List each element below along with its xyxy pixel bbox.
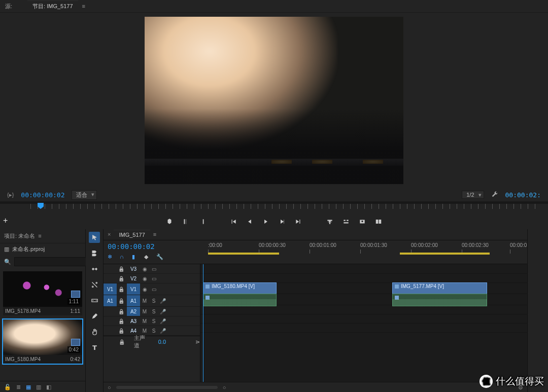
track-lock-icon[interactable] (117, 266, 126, 272)
pen-tool[interactable] (89, 310, 100, 322)
track-lock-icon[interactable] (117, 287, 126, 292)
track-lane[interactable] (200, 264, 527, 274)
play-button[interactable] (262, 218, 269, 225)
track-lock-icon[interactable] (117, 318, 126, 324)
source-patch[interactable] (104, 274, 117, 283)
timeline-zoom-slider[interactable] (116, 386, 218, 389)
source-patch[interactable] (104, 326, 117, 335)
hand-tool[interactable] (89, 326, 100, 337)
source-patch[interactable] (104, 264, 117, 273)
audio-track-header[interactable]: A1 A1 M S 🎤 (104, 295, 200, 307)
freeform-view-icon[interactable]: ▥ (36, 384, 41, 390)
chevron-right-icon[interactable]: ⋗ (195, 339, 200, 345)
work-area-bar[interactable] (400, 253, 490, 255)
ripple-edit-tool[interactable] (89, 263, 100, 274)
track-toggle-icon[interactable]: ◉ (140, 266, 149, 272)
master-track-header[interactable]: 主声道 0.0 ⋗ (104, 336, 200, 347)
timeline-menu-icon[interactable]: ≡ (153, 231, 156, 237)
voiceover-icon[interactable]: 🎤 (158, 298, 167, 304)
track-sync-icon[interactable]: S (149, 328, 158, 334)
track-sync-icon[interactable]: S (149, 318, 158, 324)
project-file[interactable]: ▥ 未命名.prproj (0, 243, 85, 255)
track-sync-icon[interactable]: ▭ (149, 266, 158, 272)
track-lane[interactable] (200, 273, 527, 283)
type-tool[interactable] (89, 342, 100, 353)
track-target[interactable]: A3 (127, 316, 140, 326)
track-area[interactable]: IMG_5180.MP4 [V]IMG_5177.MP4 [V] (200, 264, 527, 382)
timeline-ruler[interactable]: :00:0000:00:00:3000:00:01:0000:00:01:300… (208, 240, 527, 264)
list-view-icon[interactable]: ≣ (16, 384, 21, 390)
track-toggle-icon[interactable]: ◉ (140, 287, 149, 292)
audio-track-header[interactable]: A2 M S 🎤 (104, 307, 200, 316)
track-target[interactable]: A2 (127, 307, 140, 316)
comparison-button[interactable] (375, 218, 382, 225)
timeline-clip[interactable] (203, 294, 277, 306)
track-sync-icon[interactable]: S (149, 298, 158, 304)
track-toggle-icon[interactable]: M (140, 318, 149, 324)
snap-icon[interactable]: ❄ (108, 254, 115, 261)
zoom-fit-dropdown[interactable]: 适合 (72, 190, 97, 200)
add-marker-icon[interactable]: ◆ (144, 254, 151, 261)
go-to-out-button[interactable] (295, 218, 302, 225)
timeline-clip[interactable] (392, 294, 487, 306)
icon-view-icon[interactable]: ▦ (26, 384, 31, 390)
track-toggle-icon[interactable]: ◉ (140, 276, 149, 281)
selection-tool[interactable] (89, 232, 100, 243)
step-forward-button[interactable] (279, 218, 286, 225)
track-toggle-icon[interactable]: M (140, 328, 149, 334)
settings-wrench-icon[interactable] (491, 191, 498, 199)
work-area-bar[interactable] (208, 253, 279, 255)
project-search-input[interactable] (14, 257, 91, 266)
linked-selection-icon[interactable]: ∩ (120, 254, 127, 261)
track-sync-icon[interactable]: S (149, 309, 158, 314)
track-lock-icon[interactable] (117, 298, 126, 304)
add-panel-button[interactable]: + (3, 216, 8, 225)
track-toggle-icon[interactable]: M (140, 309, 149, 314)
track-target[interactable]: V1 (127, 283, 140, 295)
brace-icon[interactable]: {▸} (7, 192, 14, 198)
panel-menu-icon[interactable]: ≡ (38, 233, 41, 239)
timeline-zoom-in-icon[interactable]: ○ (223, 384, 226, 390)
add-marker-button[interactable] (166, 218, 173, 225)
track-sync-icon[interactable]: ▭ (149, 287, 158, 292)
go-to-in-button[interactable] (230, 218, 237, 225)
track-toggle-icon[interactable]: M (140, 298, 149, 304)
source-patch[interactable]: V1 (104, 283, 117, 295)
source-patch[interactable]: A1 (104, 295, 117, 306)
master-lock-icon[interactable] (119, 339, 125, 345)
program-tab[interactable]: 节目: IMG_5177 (27, 1, 78, 12)
sort-icon[interactable]: ◧ (46, 384, 51, 390)
track-target[interactable]: A1 (127, 295, 140, 306)
voiceover-icon[interactable]: 🎤 (158, 309, 167, 314)
timeline-timecode[interactable]: 00:00:00:02 (108, 242, 204, 251)
razor-tool[interactable] (89, 279, 100, 290)
export-frame-button[interactable] (359, 218, 366, 225)
audio-track-header[interactable]: A4 M S 🎤 (104, 326, 200, 336)
timeline-zoom-out-icon[interactable]: ○ (108, 384, 111, 390)
voiceover-icon[interactable]: 🎤 (158, 318, 167, 324)
video-track-header[interactable]: V3 ◉ ▭ (104, 264, 200, 274)
mark-in-button[interactable] (182, 218, 189, 225)
track-target[interactable]: V3 (127, 264, 140, 273)
program-timecode[interactable]: 00:00:00:02 (21, 191, 64, 199)
extract-button[interactable] (342, 218, 350, 225)
resolution-dropdown[interactable]: 1/2 (462, 191, 484, 199)
audio-track-header[interactable]: A3 M S 🎤 (104, 316, 200, 326)
lift-button[interactable] (326, 218, 333, 225)
track-lane[interactable] (200, 314, 527, 324)
project-clip[interactable]: 1:11 IMG_5178.MP41:11 (3, 271, 82, 315)
tab-menu-icon[interactable]: ≡ (82, 3, 85, 9)
sequence-tab[interactable]: IMG_5177 (114, 230, 150, 239)
track-lock-icon[interactable] (117, 276, 126, 281)
slip-tool[interactable] (89, 295, 100, 306)
source-patch[interactable] (104, 316, 117, 326)
lock-icon[interactable]: 🔓 (4, 384, 11, 390)
video-track-header[interactable]: V2 ◉ ▭ (104, 274, 200, 283)
track-lock-icon[interactable] (117, 328, 126, 334)
master-value[interactable]: 0.0 (158, 339, 166, 345)
track-sync-icon[interactable]: ▭ (149, 276, 158, 281)
timeline-wrench-icon[interactable]: 🔧 (156, 254, 163, 261)
step-back-button[interactable] (246, 218, 253, 225)
track-select-tool[interactable] (89, 247, 100, 259)
track-lane[interactable] (200, 323, 527, 333)
